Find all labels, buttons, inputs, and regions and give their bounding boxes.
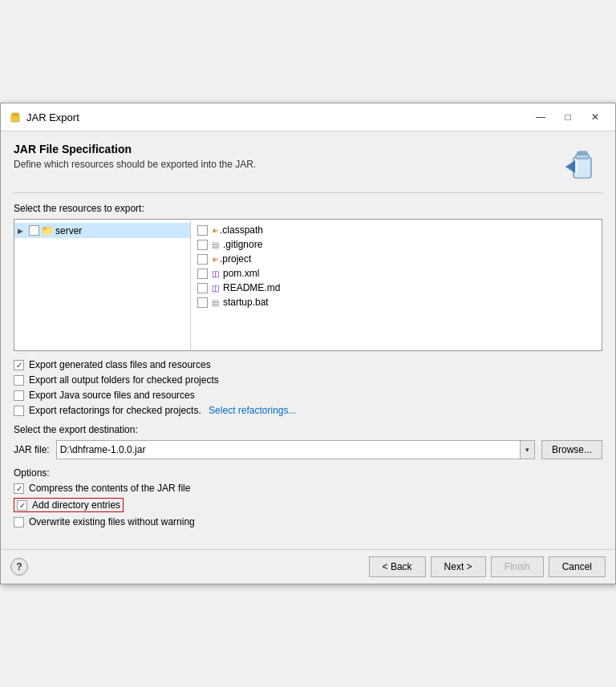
tree-item-server[interactable]: ▶ 📁 server	[14, 223, 190, 238]
file-checkbox-pom[interactable]	[197, 269, 208, 279]
option-compress: Compress the contents of the JAR file	[14, 483, 602, 494]
files-panel: 𝔁 .classpath ▤ .gitignore 𝔁 .project	[191, 220, 602, 350]
export-opt3-checkbox[interactable]	[14, 390, 24, 401]
options-section: Options: Compress the contents of the JA…	[14, 467, 602, 527]
export-opt3-label: Export Java source files and resources	[29, 390, 195, 401]
title-bar: JAR Export — □ ✕	[1, 103, 615, 131]
folder-icon: 📁	[41, 224, 54, 236]
file-checkbox-gitignore[interactable]	[197, 240, 208, 250]
jar-title-icon	[9, 111, 22, 123]
option-overwrite: Overwrite existing files without warning	[14, 516, 602, 527]
file-label-pom: pom.xml	[223, 268, 259, 279]
file-icon-readme: ◫	[212, 284, 219, 293]
jar-file-input-wrap: ▾	[56, 440, 535, 459]
file-icon-classpath: 𝔁	[212, 225, 216, 235]
tree-item-checkbox[interactable]	[29, 225, 39, 236]
tree-panel: ▶ 📁 server	[14, 220, 191, 350]
destination-section: Select the export destination: JAR file:…	[14, 424, 602, 459]
header-text: JAR File Specification Define which reso…	[14, 143, 256, 170]
resources-label: Select the resources to export:	[14, 203, 602, 214]
jar-file-input[interactable]	[56, 440, 521, 459]
file-icon-pom: ◫	[212, 269, 219, 278]
resources-panel: ▶ 📁 server 𝔁 .classpath ▤	[14, 219, 602, 351]
jar-file-label: JAR file:	[14, 444, 50, 455]
add-dir-label: Add directory entries	[32, 499, 120, 511]
file-label-startup: startup.bat	[223, 297, 269, 308]
jar-dropdown-button[interactable]: ▾	[521, 440, 535, 459]
minimize-button[interactable]: —	[529, 108, 553, 126]
add-dir-checkbox[interactable]	[17, 500, 27, 511]
file-checkbox-readme[interactable]	[197, 283, 208, 293]
export-opt2-checkbox[interactable]	[14, 375, 24, 386]
export-opt4-checkbox[interactable]	[14, 406, 24, 416]
file-checkbox-project[interactable]	[197, 254, 208, 265]
overwrite-label: Overwrite existing files without warning	[29, 516, 195, 527]
compress-checkbox[interactable]	[14, 483, 24, 494]
file-item-gitignore[interactable]: ▤ .gitignore	[191, 237, 602, 252]
export-option-1: Export generated class files and resourc…	[14, 359, 602, 370]
dialog-content: JAR File Specification Define which reso…	[1, 131, 615, 539]
browse-button[interactable]: Browse...	[541, 440, 602, 459]
file-label-classpath: .classpath	[220, 224, 263, 236]
export-option-3: Export Java source files and resources	[14, 390, 602, 401]
destination-row: JAR file: ▾ Browse...	[14, 440, 602, 459]
file-item-readme[interactable]: ◫ README.md	[191, 281, 602, 295]
file-checkbox-startup[interactable]	[197, 297, 208, 308]
file-label-project: .project	[220, 253, 251, 265]
file-item-project[interactable]: 𝔁 .project	[191, 252, 602, 266]
export-opt2-label: Export all output folders for checked pr…	[29, 374, 219, 386]
file-label-readme: README.md	[223, 282, 280, 293]
file-item-pom[interactable]: ◫ pom.xml	[191, 266, 602, 281]
bottom-left: ?	[10, 558, 28, 576]
jar-export-window: JAR Export — □ ✕ JAR File Specification …	[0, 103, 616, 584]
file-icon-startup: ▤	[212, 298, 219, 307]
tree-arrow-icon: ▶	[18, 227, 27, 235]
file-item-classpath[interactable]: 𝔁 .classpath	[191, 223, 602, 237]
finish-button[interactable]: Finish	[491, 556, 544, 577]
header-section: JAR File Specification Define which reso…	[14, 143, 602, 184]
file-icon-project: 𝔁	[212, 254, 216, 264]
back-button[interactable]: < Back	[369, 556, 426, 577]
select-refactorings-link[interactable]: Select refactorings...	[209, 405, 296, 416]
dialog-title: JAR File Specification	[14, 143, 256, 156]
export-option-2: Export all output folders for checked pr…	[14, 374, 602, 386]
export-opt1-label: Export generated class files and resourc…	[29, 359, 211, 370]
compress-label: Compress the contents of the JAR file	[29, 483, 190, 494]
close-button[interactable]: ✕	[583, 108, 607, 126]
export-opt4-label: Export refactorings for checked projects…	[29, 405, 204, 416]
header-divider	[14, 192, 602, 193]
resources-section: Select the resources to export: ▶ 📁 serv…	[14, 203, 602, 416]
svg-rect-0	[11, 115, 19, 122]
cancel-button[interactable]: Cancel	[549, 556, 606, 577]
next-button[interactable]: Next >	[431, 556, 486, 577]
add-dir-highlighted: Add directory entries	[14, 498, 124, 512]
file-icon-gitignore: ▤	[212, 240, 219, 249]
svg-marker-6	[565, 160, 575, 173]
tree-item-label: server	[55, 225, 82, 236]
export-option-4: Export refactorings for checked projects…	[14, 405, 602, 416]
file-item-startup[interactable]: ▤ startup.bat	[191, 295, 602, 309]
title-bar-left: JAR Export	[9, 111, 79, 123]
jar-graphic-icon	[561, 143, 602, 184]
overwrite-checkbox[interactable]	[14, 517, 24, 527]
dialog-subtitle: Define which resources should be exporte…	[14, 159, 256, 170]
bottom-right: < Back Next > Finish Cancel	[369, 556, 606, 577]
title-bar-controls: — □ ✕	[529, 108, 607, 126]
bottom-bar: ? < Back Next > Finish Cancel	[1, 549, 615, 584]
destination-section-label: Select the export destination:	[14, 424, 602, 435]
help-button[interactable]: ?	[10, 558, 28, 576]
maximize-button[interactable]: □	[556, 108, 580, 126]
file-checkbox-classpath[interactable]	[197, 225, 208, 236]
export-opt1-checkbox[interactable]	[14, 360, 24, 370]
window-title: JAR Export	[26, 111, 79, 123]
options-label: Options:	[14, 467, 602, 479]
file-label-gitignore: .gitignore	[223, 239, 262, 250]
option-add-dir: Add directory entries	[14, 498, 602, 512]
svg-rect-1	[12, 113, 18, 115]
svg-rect-4	[578, 152, 587, 155]
